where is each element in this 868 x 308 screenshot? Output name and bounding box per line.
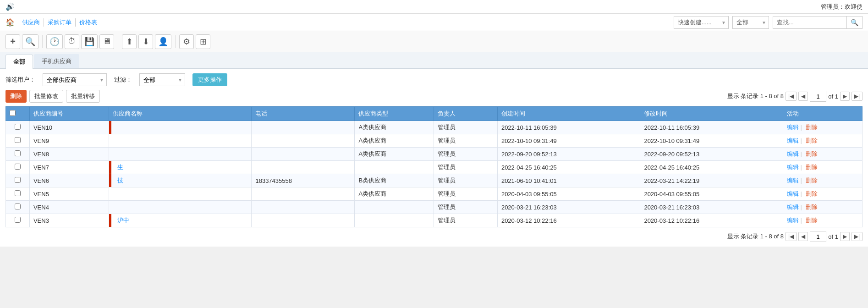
page-prev-top[interactable]: ◀ (798, 92, 808, 101)
row-edit-link[interactable]: 编辑 (787, 177, 799, 184)
row-edit-link[interactable]: 编辑 (787, 124, 799, 131)
nav-link-price[interactable]: 价格表 (76, 18, 101, 27)
tab-mobile-supplier[interactable]: 手机供应商 (34, 54, 79, 68)
delete-button[interactable]: 删除 (5, 90, 27, 103)
row-owner: 管理员 (434, 148, 497, 161)
nav-link-supplier[interactable]: 供应商 (18, 18, 44, 27)
home-icon[interactable]: 🏠 (5, 18, 15, 27)
row-id: VEN3 (29, 214, 109, 227)
row-edit-link[interactable]: 编辑 (787, 190, 799, 197)
row-checkbox[interactable] (15, 204, 21, 209)
clock-button[interactable]: 🕐 (46, 34, 63, 49)
header-checkbox (6, 107, 30, 121)
row-name: 生 (109, 161, 252, 174)
row-action: 编辑 | 删除 (783, 214, 862, 227)
row-edit-link[interactable]: 编辑 (787, 150, 799, 157)
page-next-top[interactable]: ▶ (840, 92, 850, 101)
header-created: 创建时间 (497, 107, 640, 121)
row-checkbox-cell (6, 214, 30, 227)
row-delete-link[interactable]: 删除 (806, 190, 818, 197)
row-edit-link[interactable]: 编辑 (787, 137, 799, 144)
row-type: B类供应商 (355, 174, 434, 187)
row-action: 编辑 | 删除 (783, 174, 862, 187)
page-first-top[interactable]: |◀ (786, 92, 797, 101)
filter-all-wrapper: 全部 (732, 16, 769, 29)
row-checkbox-cell (6, 187, 30, 201)
page-last-bottom[interactable]: ▶| (852, 232, 863, 241)
upload-button[interactable]: ⬆ (122, 34, 137, 49)
select-all-checkbox[interactable] (10, 110, 16, 116)
row-delete-link[interactable]: 删除 (806, 217, 818, 224)
quick-create-select[interactable]: 快速创建...... (674, 16, 729, 29)
row-phone (252, 121, 355, 134)
header-action: 活动 (783, 107, 862, 121)
user-filter-select[interactable]: 全部供应商 (43, 73, 107, 86)
action-sep: | (799, 164, 804, 170)
batch-edit-button[interactable]: 批量修改 (29, 90, 63, 103)
search-input[interactable] (773, 17, 846, 27)
row-name: 技 (109, 174, 252, 187)
batch-transfer-button[interactable]: 批量转移 (66, 90, 100, 103)
page-last-top[interactable]: ▶| (852, 92, 863, 101)
row-name-link[interactable]: 沪中 (117, 217, 129, 224)
tab-all[interactable]: 全部 (5, 55, 33, 69)
download-button[interactable]: ⬇ (138, 34, 153, 49)
row-checkbox[interactable] (15, 137, 21, 143)
row-name (109, 148, 252, 161)
filter-select[interactable]: 全部 (139, 73, 185, 86)
row-modified: 2022-09-20 09:52:13 (640, 148, 783, 161)
row-delete-link[interactable]: 删除 (806, 177, 818, 184)
grid-button[interactable]: ⊞ (196, 34, 210, 49)
search-button[interactable]: 🔍 (846, 16, 862, 28)
row-delete-link[interactable]: 删除 (806, 164, 818, 170)
action-sep: | (799, 204, 804, 210)
action-sep: | (799, 177, 804, 184)
page-next-bottom[interactable]: ▶ (840, 232, 850, 241)
row-checkbox-cell (6, 121, 30, 134)
user-button[interactable]: 👤 (155, 34, 171, 49)
row-edit-link[interactable]: 编辑 (787, 204, 799, 210)
row-delete-link[interactable]: 删除 (806, 204, 818, 210)
row-edit-link[interactable]: 编辑 (787, 217, 799, 224)
monitor-button[interactable]: 🖥 (99, 34, 114, 49)
row-delete-link[interactable]: 删除 (806, 124, 818, 131)
table-row: VEN9A类供应商管理员2022-10-10 09:31:492022-10-1… (6, 134, 863, 148)
row-owner: 管理员 (434, 214, 497, 227)
name-red-bar (109, 121, 111, 134)
table-row: VEN7生管理员2022-04-25 16:40:252022-04-25 16… (6, 161, 863, 174)
save-button[interactable]: 💾 (81, 34, 98, 49)
timer-button[interactable]: ⏱ (65, 34, 79, 49)
row-name-link[interactable]: 生 (117, 164, 123, 170)
add-button[interactable]: + (5, 34, 20, 49)
name-red-bar (109, 161, 111, 174)
toolbar-sep-3 (175, 35, 176, 48)
row-checkbox[interactable] (15, 190, 21, 196)
table-row: VEN5A类供应商管理员2020-04-03 09:55:052020-04-0… (6, 187, 863, 201)
toolbar-sep-2 (118, 35, 118, 48)
page-first-bottom[interactable]: |◀ (786, 232, 797, 241)
page-total-top: of 1 (828, 93, 838, 100)
filter-all-select[interactable]: 全部 (732, 16, 769, 29)
table-row: VEN4管理员2020-03-21 16:23:032020-03-21 16:… (6, 201, 863, 214)
row-owner: 管理员 (434, 121, 497, 134)
pagination-bottom-row: 显示 条记录 1 - 8 of 8 |◀ ◀ of 1 ▶ ▶| (5, 231, 863, 242)
gear-button[interactable]: ⚙ (179, 34, 194, 49)
row-checkbox[interactable] (15, 217, 21, 223)
row-checkbox[interactable] (15, 164, 21, 170)
row-checkbox[interactable] (15, 150, 21, 156)
pagination-summary-top: 显示 条记录 1 - 8 of 8 (727, 92, 784, 100)
row-checkbox[interactable] (15, 177, 21, 183)
row-phone (252, 214, 355, 227)
nav-link-purchase[interactable]: 采购订单 (44, 18, 76, 27)
more-action-button[interactable]: 更多操作 (192, 73, 227, 86)
row-delete-link[interactable]: 删除 (806, 150, 818, 157)
search-toolbar-button[interactable]: 🔍 (22, 34, 38, 49)
row-checkbox[interactable] (15, 124, 21, 130)
row-name-link[interactable]: 技 (117, 177, 123, 184)
page-number-bottom[interactable] (810, 231, 826, 242)
page-prev-bottom[interactable]: ◀ (798, 232, 808, 241)
row-edit-link[interactable]: 编辑 (787, 164, 799, 170)
row-created: 2022-09-20 09:52:13 (497, 148, 640, 161)
row-delete-link[interactable]: 删除 (806, 137, 818, 144)
page-number-top[interactable] (810, 91, 826, 102)
